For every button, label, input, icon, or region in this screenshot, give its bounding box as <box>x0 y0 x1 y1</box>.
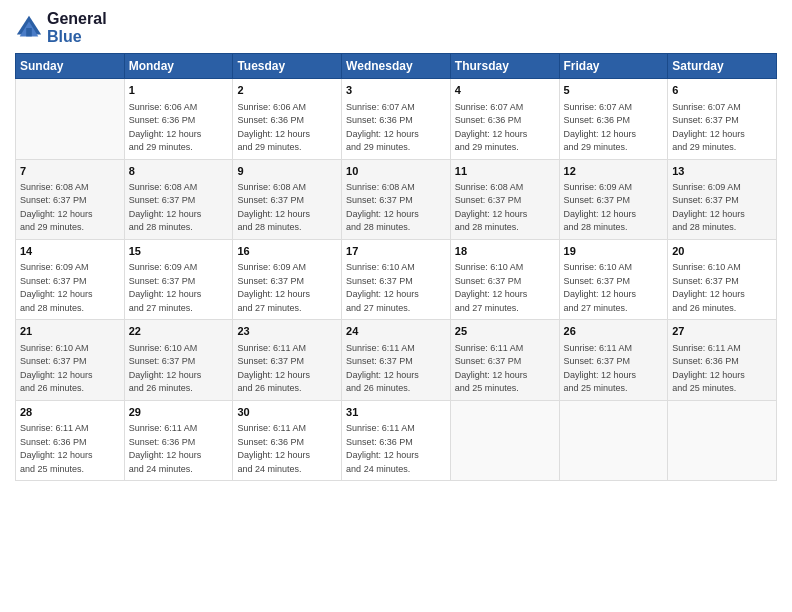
day-number: 7 <box>20 164 120 179</box>
calendar-empty-cell <box>668 400 777 480</box>
day-number: 13 <box>672 164 772 179</box>
calendar-day-1: 1Sunrise: 6:06 AM Sunset: 6:36 PM Daylig… <box>124 79 233 159</box>
calendar-day-14: 14Sunrise: 6:09 AM Sunset: 6:37 PM Dayli… <box>16 239 125 319</box>
calendar-page: General Blue SundayMondayTuesdayWednesda… <box>0 0 792 612</box>
calendar-empty-cell <box>559 400 668 480</box>
day-info: Sunrise: 6:09 AM Sunset: 6:37 PM Dayligh… <box>564 181 664 235</box>
day-number: 5 <box>564 83 664 98</box>
calendar-day-28: 28Sunrise: 6:11 AM Sunset: 6:36 PM Dayli… <box>16 400 125 480</box>
calendar-day-20: 20Sunrise: 6:10 AM Sunset: 6:37 PM Dayli… <box>668 239 777 319</box>
calendar-table: SundayMondayTuesdayWednesdayThursdayFrid… <box>15 53 777 481</box>
day-info: Sunrise: 6:11 AM Sunset: 6:37 PM Dayligh… <box>346 342 446 396</box>
weekday-header-friday: Friday <box>559 54 668 79</box>
calendar-day-2: 2Sunrise: 6:06 AM Sunset: 6:36 PM Daylig… <box>233 79 342 159</box>
day-number: 3 <box>346 83 446 98</box>
day-number: 21 <box>20 324 120 339</box>
day-number: 9 <box>237 164 337 179</box>
day-number: 6 <box>672 83 772 98</box>
day-info: Sunrise: 6:09 AM Sunset: 6:37 PM Dayligh… <box>20 261 120 315</box>
day-number: 19 <box>564 244 664 259</box>
calendar-day-22: 22Sunrise: 6:10 AM Sunset: 6:37 PM Dayli… <box>124 320 233 400</box>
day-number: 1 <box>129 83 229 98</box>
day-info: Sunrise: 6:08 AM Sunset: 6:37 PM Dayligh… <box>346 181 446 235</box>
calendar-day-23: 23Sunrise: 6:11 AM Sunset: 6:37 PM Dayli… <box>233 320 342 400</box>
calendar-day-12: 12Sunrise: 6:09 AM Sunset: 6:37 PM Dayli… <box>559 159 668 239</box>
day-number: 22 <box>129 324 229 339</box>
weekday-header-monday: Monday <box>124 54 233 79</box>
logo: General Blue <box>15 10 107 45</box>
calendar-empty-cell <box>450 400 559 480</box>
day-number: 16 <box>237 244 337 259</box>
day-info: Sunrise: 6:06 AM Sunset: 6:36 PM Dayligh… <box>129 101 229 155</box>
day-number: 14 <box>20 244 120 259</box>
day-number: 27 <box>672 324 772 339</box>
calendar-day-3: 3Sunrise: 6:07 AM Sunset: 6:36 PM Daylig… <box>342 79 451 159</box>
day-info: Sunrise: 6:07 AM Sunset: 6:36 PM Dayligh… <box>455 101 555 155</box>
calendar-day-31: 31Sunrise: 6:11 AM Sunset: 6:36 PM Dayli… <box>342 400 451 480</box>
day-info: Sunrise: 6:07 AM Sunset: 6:36 PM Dayligh… <box>564 101 664 155</box>
day-number: 4 <box>455 83 555 98</box>
calendar-day-13: 13Sunrise: 6:09 AM Sunset: 6:37 PM Dayli… <box>668 159 777 239</box>
day-number: 25 <box>455 324 555 339</box>
day-info: Sunrise: 6:11 AM Sunset: 6:37 PM Dayligh… <box>564 342 664 396</box>
day-info: Sunrise: 6:07 AM Sunset: 6:36 PM Dayligh… <box>346 101 446 155</box>
calendar-week-row: 14Sunrise: 6:09 AM Sunset: 6:37 PM Dayli… <box>16 239 777 319</box>
day-info: Sunrise: 6:08 AM Sunset: 6:37 PM Dayligh… <box>237 181 337 235</box>
day-info: Sunrise: 6:07 AM Sunset: 6:37 PM Dayligh… <box>672 101 772 155</box>
calendar-day-6: 6Sunrise: 6:07 AM Sunset: 6:37 PM Daylig… <box>668 79 777 159</box>
day-number: 2 <box>237 83 337 98</box>
day-info: Sunrise: 6:11 AM Sunset: 6:37 PM Dayligh… <box>237 342 337 396</box>
day-number: 11 <box>455 164 555 179</box>
day-number: 23 <box>237 324 337 339</box>
logo-icon <box>15 14 43 42</box>
day-info: Sunrise: 6:08 AM Sunset: 6:37 PM Dayligh… <box>129 181 229 235</box>
day-info: Sunrise: 6:11 AM Sunset: 6:36 PM Dayligh… <box>129 422 229 476</box>
day-info: Sunrise: 6:10 AM Sunset: 6:37 PM Dayligh… <box>346 261 446 315</box>
calendar-day-8: 8Sunrise: 6:08 AM Sunset: 6:37 PM Daylig… <box>124 159 233 239</box>
calendar-day-10: 10Sunrise: 6:08 AM Sunset: 6:37 PM Dayli… <box>342 159 451 239</box>
svg-rect-2 <box>26 28 32 36</box>
calendar-day-18: 18Sunrise: 6:10 AM Sunset: 6:37 PM Dayli… <box>450 239 559 319</box>
day-number: 15 <box>129 244 229 259</box>
calendar-day-19: 19Sunrise: 6:10 AM Sunset: 6:37 PM Dayli… <box>559 239 668 319</box>
calendar-day-27: 27Sunrise: 6:11 AM Sunset: 6:36 PM Dayli… <box>668 320 777 400</box>
day-number: 17 <box>346 244 446 259</box>
day-info: Sunrise: 6:10 AM Sunset: 6:37 PM Dayligh… <box>672 261 772 315</box>
day-info: Sunrise: 6:11 AM Sunset: 6:36 PM Dayligh… <box>20 422 120 476</box>
day-number: 26 <box>564 324 664 339</box>
day-info: Sunrise: 6:11 AM Sunset: 6:36 PM Dayligh… <box>672 342 772 396</box>
weekday-header-thursday: Thursday <box>450 54 559 79</box>
calendar-day-21: 21Sunrise: 6:10 AM Sunset: 6:37 PM Dayli… <box>16 320 125 400</box>
calendar-day-15: 15Sunrise: 6:09 AM Sunset: 6:37 PM Dayli… <box>124 239 233 319</box>
calendar-day-16: 16Sunrise: 6:09 AM Sunset: 6:37 PM Dayli… <box>233 239 342 319</box>
day-info: Sunrise: 6:09 AM Sunset: 6:37 PM Dayligh… <box>237 261 337 315</box>
day-info: Sunrise: 6:08 AM Sunset: 6:37 PM Dayligh… <box>20 181 120 235</box>
day-number: 31 <box>346 405 446 420</box>
day-number: 20 <box>672 244 772 259</box>
day-info: Sunrise: 6:09 AM Sunset: 6:37 PM Dayligh… <box>129 261 229 315</box>
day-info: Sunrise: 6:10 AM Sunset: 6:37 PM Dayligh… <box>20 342 120 396</box>
calendar-week-row: 1Sunrise: 6:06 AM Sunset: 6:36 PM Daylig… <box>16 79 777 159</box>
calendar-week-row: 21Sunrise: 6:10 AM Sunset: 6:37 PM Dayli… <box>16 320 777 400</box>
header: General Blue <box>15 10 777 45</box>
calendar-week-row: 28Sunrise: 6:11 AM Sunset: 6:36 PM Dayli… <box>16 400 777 480</box>
calendar-day-26: 26Sunrise: 6:11 AM Sunset: 6:37 PM Dayli… <box>559 320 668 400</box>
calendar-day-24: 24Sunrise: 6:11 AM Sunset: 6:37 PM Dayli… <box>342 320 451 400</box>
day-info: Sunrise: 6:10 AM Sunset: 6:37 PM Dayligh… <box>129 342 229 396</box>
calendar-empty-cell <box>16 79 125 159</box>
day-number: 24 <box>346 324 446 339</box>
calendar-day-11: 11Sunrise: 6:08 AM Sunset: 6:37 PM Dayli… <box>450 159 559 239</box>
calendar-day-17: 17Sunrise: 6:10 AM Sunset: 6:37 PM Dayli… <box>342 239 451 319</box>
day-info: Sunrise: 6:10 AM Sunset: 6:37 PM Dayligh… <box>564 261 664 315</box>
calendar-day-29: 29Sunrise: 6:11 AM Sunset: 6:36 PM Dayli… <box>124 400 233 480</box>
calendar-day-4: 4Sunrise: 6:07 AM Sunset: 6:36 PM Daylig… <box>450 79 559 159</box>
day-info: Sunrise: 6:11 AM Sunset: 6:37 PM Dayligh… <box>455 342 555 396</box>
day-number: 12 <box>564 164 664 179</box>
day-number: 8 <box>129 164 229 179</box>
weekday-header-row: SundayMondayTuesdayWednesdayThursdayFrid… <box>16 54 777 79</box>
calendar-day-9: 9Sunrise: 6:08 AM Sunset: 6:37 PM Daylig… <box>233 159 342 239</box>
day-info: Sunrise: 6:11 AM Sunset: 6:36 PM Dayligh… <box>237 422 337 476</box>
weekday-header-saturday: Saturday <box>668 54 777 79</box>
weekday-header-sunday: Sunday <box>16 54 125 79</box>
calendar-day-25: 25Sunrise: 6:11 AM Sunset: 6:37 PM Dayli… <box>450 320 559 400</box>
